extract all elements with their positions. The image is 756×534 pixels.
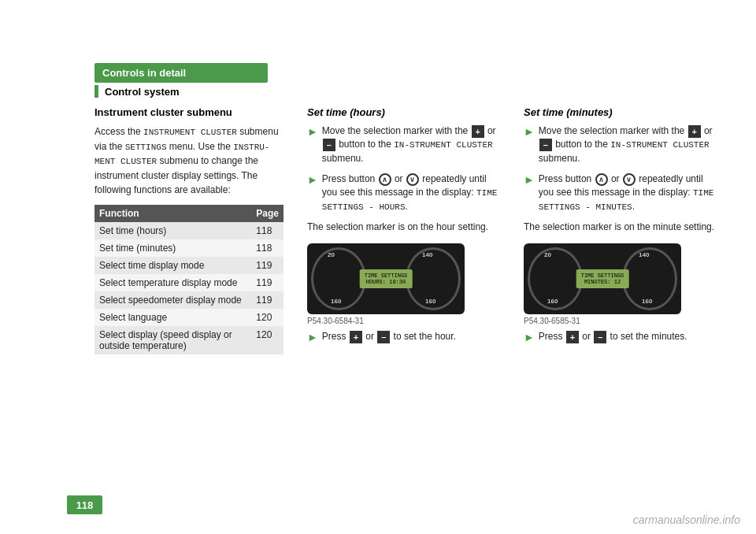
mono-in-cluster-1: IN-STRUMENT CLUSTER [394,140,492,150]
minus-btn-r2: – [594,331,606,343]
speedo-left-1: 20 160 [311,247,366,310]
middle-bullet-2-text: Press button ∧ or ∨ repeatedly until you… [322,172,500,214]
plus-btn-2: + [350,331,362,343]
page-cell: 120 [251,326,284,354]
middle-bullet-1-text: Move the selection marker with the + or … [322,124,500,166]
plus-btn-r2: + [566,331,579,343]
display-line2-minutes: MINUTES: 12 [581,279,624,285]
table-row: Select language120 [94,309,284,326]
up-btn-r1: ∧ [595,173,608,186]
plus-btn-r1: + [688,125,701,138]
middle-bullet-3: ► Press + or – to set the hour. [307,330,500,345]
right-bullet-2: ► Press button ∧ or ∨ repeatedly until y… [524,172,717,214]
page-cell: 119 [251,291,284,309]
mono-settings: SETTINGS [125,143,167,152]
speedo-left-2: 20 160 [528,247,583,310]
table-row: Select speedometer display mode119 [94,291,284,309]
middle-bullet-3-text: Press + or – to set the hour. [322,330,456,343]
function-cell: Set time (hours) [94,222,251,239]
minus-btn-2: – [377,331,390,343]
right-bullet-3-text: Press + or – to set the minutes. [539,330,687,343]
speedo-label-160b: 160 [425,298,435,305]
speedo-label-20: 20 [328,251,335,258]
function-cell: Select display (speed display or outside… [94,326,251,354]
mono-in-cluster-r1: IN-STRUMENT CLUSTER [610,140,709,150]
cluster-display-minutes: 20 160 140 160 TIME SETTINGS MINUTES: 12 [524,243,681,314]
sub-header-title: Control system [105,86,180,98]
down-btn-1: ∨ [406,173,419,186]
left-column: Instrument cluster submenu Access the IN… [94,106,284,495]
bullet-arrow-r1: ► [524,124,535,139]
plus-btn-1: + [472,125,484,138]
right-bullet-3: ► Press + or – to set the minutes. [524,330,717,345]
bullet-arrow-r2: ► [524,172,535,187]
table-row: Select temperature display mode119 [94,274,284,291]
speedo-right-2: 140 160 [622,247,677,310]
mono-time-minutes: TIME SETTINGS - MINUTES [539,188,714,212]
page-number: 118 [67,495,102,514]
table-row: Set time (hours)118 [94,222,284,239]
intro-text: Access the INSTRUMENT CLUSTER submenu vi… [94,124,284,197]
speedo-label-140b: 140 [639,251,649,258]
right-note: The selection marker is on the minute se… [524,221,717,234]
right-bullet-2-text: Press button ∧ or ∨ repeatedly until you… [539,172,717,214]
sub-header: Control system [94,85,180,98]
middle-note: The selection marker is on the hour sett… [307,221,500,234]
function-cell: Select time display mode [94,257,251,274]
page-cell: 118 [251,222,284,239]
display-box-minutes: TIME SETTINGS MINUTES: 12 [576,269,629,288]
down-btn-r1: ∨ [623,173,636,186]
col-page: Page [251,205,284,222]
display-line2-hours: HOURS: 19:30 [365,279,408,285]
display-line1-hours: TIME SETTINGS [365,273,408,279]
display-line1-minutes: TIME SETTINGS [581,273,624,279]
right-bullet-1-text: Move the selection marker with the + or … [539,124,717,166]
cluster-display-hours: 20 160 140 160 TIME SETTINGS HOURS: 19:3… [307,243,465,314]
bullet-arrow-r3: ► [524,329,535,345]
instrument-cluster-heading: Instrument cluster submenu [94,106,284,118]
function-cell: Select language [94,309,251,326]
bullet-arrow-3: ► [307,329,318,345]
right-column: Set time (minutes) ► Move the selection … [524,106,717,495]
function-cell: Select speedometer display mode [94,291,251,309]
watermark: carmanualsonline.info [633,514,740,526]
header-bar: Controls in detail [94,63,268,83]
bullet-arrow-2: ► [307,172,318,187]
display-box-hours: TIME SETTINGS HOURS: 19:30 [360,269,413,288]
page-cell: 119 [251,257,284,274]
minus-btn-r1: – [539,139,552,151]
speedo-label-140: 140 [422,251,432,258]
right-bullet-1: ► Move the selection marker with the + o… [524,124,717,166]
set-time-hours-title: Set time (hours) [307,106,500,118]
mono-time-hours: TIME SETTINGS - HOURS [322,188,498,212]
middle-bullet-2: ► Press button ∧ or ∨ repeatedly until y… [307,172,500,214]
speedo-label-160: 160 [331,298,341,305]
page-cell: 120 [251,309,284,326]
page-cell: 118 [251,239,284,257]
speedo-label-160d: 160 [642,298,652,305]
table-row: Select time display mode119 [94,257,284,274]
sub-header-bar [94,85,98,98]
mono-instrument-cluster: INSTRUMENT CLUSTER [143,128,237,137]
functions-table: Function Page Set time (hours)118Set tim… [94,205,284,354]
table-row: Select display (speed display or outside… [94,326,284,354]
function-cell: Select temperature display mode [94,274,251,291]
speedo-label-20b: 20 [544,251,551,258]
section-title: Controls in detail [102,67,186,79]
set-time-minutes-title: Set time (minutes) [524,106,717,118]
middle-column: Set time (hours) ► Move the selection ma… [307,106,500,495]
up-btn-1: ∧ [379,173,391,186]
page-cell: 119 [251,274,284,291]
mono-instrument-cluster2: INSTRU­MENT CLUSTER [94,143,269,167]
speedo-right-1: 140 160 [406,247,461,310]
col-function: Function [94,205,251,222]
speedo-label-160c: 160 [547,298,558,305]
function-cell: Set time (minutes) [94,239,251,257]
minus-btn-1: – [323,139,335,151]
caption-minutes: P54.30-6585-31 [524,317,717,325]
middle-bullet-1: ► Move the selection marker with the + o… [307,124,500,166]
main-content: Instrument cluster submenu Access the IN… [94,106,717,495]
bullet-arrow-1: ► [307,124,318,139]
table-row: Set time (minutes)118 [94,239,284,257]
caption-hours: P54.30-6584-31 [307,317,500,325]
